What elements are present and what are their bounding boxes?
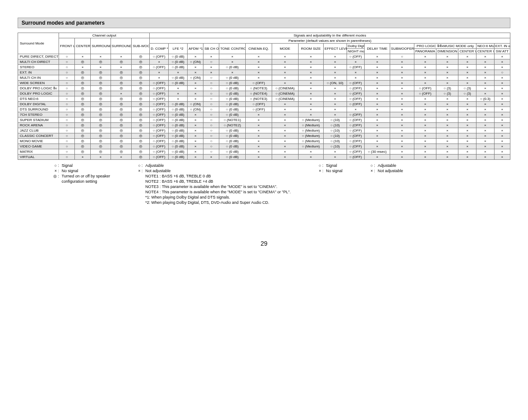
data-cell: × [476, 59, 495, 65]
data-cell: × [298, 81, 323, 86]
data-cell: ○ (CINEMA) [272, 96, 298, 102]
data-cell: × [272, 107, 298, 112]
data-cell: × [436, 133, 458, 139]
data-cell: ○ (OFF) [150, 133, 169, 139]
param-table: Surround Mode Channel output Signals and… [18, 33, 510, 160]
data-cell: ○ (0 dB) [219, 102, 246, 107]
data-cell: × [324, 70, 347, 75]
data-cell: ○ [203, 112, 219, 118]
data-cell: × [91, 155, 111, 160]
data-cell: ◎ [91, 81, 111, 86]
mode-cell: EXT. IN [18, 70, 59, 75]
data-cell: × [188, 65, 203, 70]
h-subwoofer: SUB-WOOFER [132, 38, 150, 54]
data-cell: × [458, 118, 476, 123]
data-cell: ◎ [75, 102, 91, 107]
data-cell: × [188, 81, 203, 86]
data-cell: ◎ [111, 102, 132, 107]
data-cell: ○ [59, 107, 75, 112]
mode-cell: DOLBY PRO LOGIC Ⅱx [18, 86, 59, 91]
h-surround-lr: SURROUND L/R [91, 38, 111, 54]
legend-row: *1: When playing Dolby Digital and DTS s… [137, 195, 291, 199]
data-cell: × [436, 123, 458, 128]
data-cell: ○ [203, 75, 219, 81]
data-cell: ◎ [75, 133, 91, 139]
data-cell: × [188, 118, 203, 123]
data-cell: × [298, 102, 323, 107]
data-cell: × [476, 128, 495, 133]
data-cell: × [245, 70, 272, 75]
mode-cell: DTS SURROUND [18, 107, 59, 112]
data-cell: ○ (Medium) [298, 128, 323, 133]
data-cell: ◎ [75, 118, 91, 123]
data-cell: ○ [390, 54, 414, 59]
data-cell: ◎ [75, 128, 91, 133]
data-cell: ◎ [91, 112, 111, 118]
data-cell: × [245, 54, 272, 59]
data-cell: × [494, 123, 510, 128]
h-dolby-digital: Dolby Digital [347, 44, 365, 49]
data-cell: × [219, 54, 246, 59]
data-cell: ○ (0 dB) [169, 128, 188, 133]
table-row: DTS SURROUND○◎◎◎◎○ (OFF)○ (0 dB)○ (ON)○○… [18, 107, 510, 112]
data-cell: × [476, 102, 495, 107]
data-cell: × [188, 133, 203, 139]
data-cell: ○ (OFF) [347, 155, 365, 160]
data-cell: × [188, 112, 203, 118]
data-cell: ○ (OFF) [150, 144, 169, 149]
data-cell: ○ [203, 102, 219, 107]
table-row: DOLBY DIGITAL○◎◎◎◎○ (OFF)○ (0 dB)○ (ON)○… [18, 102, 510, 107]
data-cell: × [272, 118, 298, 123]
data-cell: ○ (OFF) [150, 91, 169, 96]
data-cell: × [111, 91, 132, 96]
data-cell: ◎ [91, 133, 111, 139]
data-cell: × [414, 102, 436, 107]
data-cell: ◎ [75, 81, 91, 86]
h-center-image: CENTER IMAGE [476, 49, 495, 54]
data-cell: ○ (0 dB) [169, 149, 188, 155]
mode-cell: PURE DIRECT, DIRECT [18, 54, 59, 59]
data-cell: × [494, 112, 510, 118]
data-cell: ○ [203, 133, 219, 139]
data-cell: × [111, 54, 132, 59]
data-cell: ◎ [91, 102, 111, 107]
data-cell: × [298, 91, 323, 96]
data-cell: × [476, 118, 495, 123]
data-cell: × [390, 70, 414, 75]
data-cell: × [298, 155, 323, 160]
data-cell: ○ [203, 96, 219, 102]
data-cell: ○ (OFF) [150, 123, 169, 128]
data-cell: ○ [59, 128, 75, 133]
data-cell: ○ (0 dB) [169, 81, 188, 86]
data-cell: ○ (3) [436, 91, 458, 96]
data-cell: ○ (OFF) [150, 65, 169, 70]
data-cell: ○ [59, 118, 75, 123]
data-cell: × [390, 96, 414, 102]
h-surround-mode: Surround Mode [18, 33, 59, 54]
data-cell: × [476, 91, 495, 96]
data-cell: × [188, 144, 203, 149]
table-row: SUPER STADIUM○◎◎◎◎○ (OFF)○ (0 dB)×○○ (NO… [18, 118, 510, 123]
data-cell: ○ [59, 86, 75, 91]
data-cell: ○ (0 dB) [219, 107, 246, 112]
data-cell: ◎ [132, 123, 150, 128]
data-cell: × [298, 107, 323, 112]
data-cell: ○ [494, 70, 510, 75]
legend-row: ○ :Signal [317, 163, 343, 168]
data-cell: ◎ [75, 75, 91, 81]
data-cell: × [245, 59, 272, 65]
data-cell: ○ [59, 139, 75, 144]
data-cell: ◎ [91, 144, 111, 149]
data-cell: × [414, 75, 436, 81]
data-cell: × [245, 155, 272, 160]
data-cell: ◎ [91, 91, 111, 96]
data-cell: ◎ [111, 144, 132, 149]
data-cell: × [203, 155, 219, 160]
legend-text: No signal [62, 169, 78, 173]
data-cell: ◎ [111, 107, 132, 112]
data-cell: ○ (0 dB) [169, 75, 188, 81]
data-cell: × [436, 128, 458, 133]
data-cell: ○ (ON, 10) [324, 81, 347, 86]
data-cell: ○ (OFF) [414, 91, 436, 96]
data-cell: ◎ [91, 128, 111, 133]
